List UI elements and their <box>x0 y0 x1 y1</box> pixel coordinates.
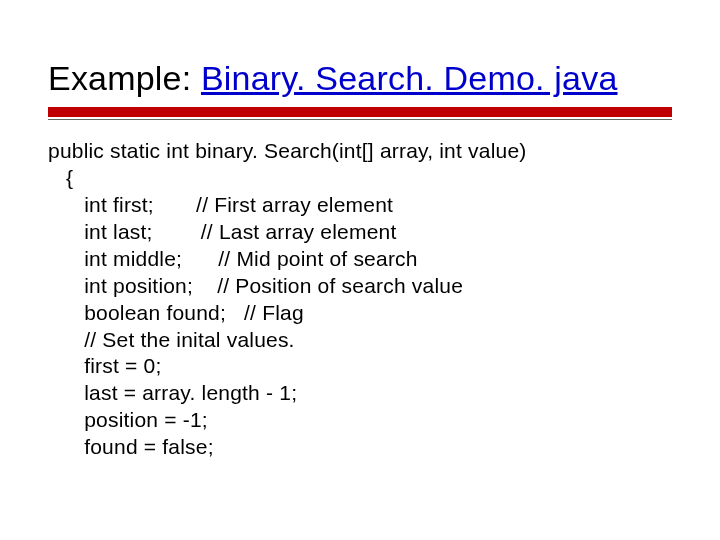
title-underline <box>48 107 672 120</box>
accent-bar <box>48 107 672 117</box>
code-block: public static int binary. Search(int[] a… <box>48 138 672 461</box>
accent-rule <box>48 119 672 120</box>
slide-title: Example: Binary. Search. Demo. java <box>48 60 672 97</box>
slide: Example: Binary. Search. Demo. java publ… <box>0 0 720 540</box>
title-prefix: Example: <box>48 59 201 97</box>
title-link[interactable]: Binary. Search. Demo. java <box>201 59 618 97</box>
